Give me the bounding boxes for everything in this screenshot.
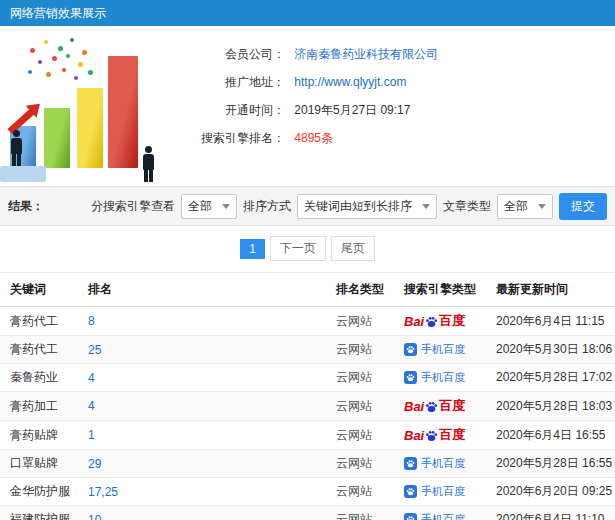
paw-icon [406, 515, 415, 520]
info-row-ranking-count: 搜索引擎排名： 4895条 [185, 124, 615, 152]
rank-cell: 29 [78, 450, 326, 478]
article-type-select[interactable]: 全部 [497, 194, 553, 219]
keyword-cell: 口罩贴牌 [0, 450, 78, 478]
engine-cell: 手机百度 [394, 450, 486, 478]
rank-cell: 25 [78, 336, 326, 364]
time-cell: 2020年6月4日 11:15 [486, 307, 615, 336]
mobile-baidu-icon [404, 343, 417, 356]
confetti-dot [66, 54, 70, 58]
table-body: 膏药代工8云网站Bai百度2020年6月4日 11:15膏药代工25云网站手机百… [0, 307, 615, 520]
info-row-company: 会员公司： 济南秦鲁药业科技有限公司 [185, 40, 615, 68]
result-label: 结果： [8, 198, 44, 215]
rank-cell: 4 [78, 392, 326, 421]
filter-bar: 结果： 分搜索引擎查看 全部 排序方式 关键词由短到长排序 文章类型 全部 提交 [0, 186, 615, 226]
sort-filter-select[interactable]: 关键词由短到长排序 [297, 194, 437, 219]
rank-link[interactable]: 8 [88, 314, 95, 328]
confetti-dot [62, 68, 66, 72]
page-title: 网络营销效果展示 [10, 6, 106, 20]
confetti-dot [46, 72, 51, 77]
businessman-figure [140, 146, 156, 182]
results-table: 关键词排名排名类型搜索引擎类型最新更新时间 膏药代工8云网站Bai百度2020年… [0, 273, 615, 520]
time-cell: 2020年5月30日 18:06 [486, 336, 615, 364]
next-page-button[interactable]: 下一页 [270, 236, 326, 261]
keyword-cell: 膏药代工 [0, 307, 78, 336]
info-row-open-time: 开通时间： 2019年5月27日 09:17 [185, 96, 615, 124]
table-row: 膏药代工8云网站Bai百度2020年6月4日 11:15 [0, 307, 615, 336]
submit-button[interactable]: 提交 [559, 193, 607, 220]
company-link[interactable]: 济南秦鲁药业科技有限公司 [294, 47, 438, 61]
rank-link[interactable]: 29 [88, 457, 101, 471]
column-header: 关键词 [0, 273, 78, 307]
paw-icon [425, 400, 438, 413]
confetti-dot [30, 48, 35, 53]
page-titlebar: 网络营销效果展示 [0, 0, 615, 26]
bar-red [108, 56, 138, 168]
bar-green [44, 108, 70, 168]
page-number-current[interactable]: 1 [240, 239, 265, 259]
mobile-baidu-logo: 手机百度 [404, 512, 465, 520]
keyword-cell: 金华防护服 [0, 478, 78, 506]
rank-cell: 10 [78, 506, 326, 520]
engine-filter-select[interactable]: 全部 [181, 194, 237, 219]
ranking-count-label: 搜索引擎排名： [185, 124, 285, 152]
rank-cell: 8 [78, 307, 326, 336]
baidu-logo: Bai百度 [404, 426, 465, 444]
engine-cell: Bai百度 [394, 307, 486, 336]
baidu-logo: Bai百度 [404, 397, 465, 415]
rank-link[interactable]: 25 [88, 343, 101, 357]
rank-type-cell: 云网站 [326, 364, 394, 392]
mobile-baidu-logo: 手机百度 [404, 456, 465, 471]
confetti-dot [82, 50, 87, 55]
rank-type-cell: 云网站 [326, 336, 394, 364]
column-header: 排名类型 [326, 273, 394, 307]
engine-cell: 手机百度 [394, 478, 486, 506]
time-cell: 2020年6月4日 16:55 [486, 421, 615, 450]
confetti-dot [38, 60, 42, 64]
pagination: 1 下一页 尾页 [0, 226, 615, 273]
confetti-dot [88, 70, 93, 75]
keyword-cell: 膏药代工 [0, 336, 78, 364]
open-time-value: 2019年5月27日 09:17 [294, 103, 410, 117]
keyword-cell: 秦鲁药业 [0, 364, 78, 392]
article-type-label: 文章类型 [443, 198, 491, 215]
info-section: 会员公司： 济南秦鲁药业科技有限公司 推广地址： http://www.qlyy… [0, 26, 615, 186]
engine-cell: 手机百度 [394, 336, 486, 364]
rank-link[interactable]: 1 [88, 428, 95, 442]
table-row: 金华防护服17,25云网站手机百度2020年6月20日 09:25 [0, 478, 615, 506]
keyword-cell: 膏药贴牌 [0, 421, 78, 450]
time-cell: 2020年6月4日 11:10 [486, 506, 615, 520]
rank-link[interactable]: 4 [88, 371, 95, 385]
paw-icon [406, 345, 415, 354]
chevron-down-icon [538, 204, 546, 209]
paw-icon [406, 459, 415, 468]
marketing-report-page: 网络营销效果展示 [0, 0, 615, 520]
engine-filter-label: 分搜索引擎查看 [91, 198, 175, 215]
table-row: 秦鲁药业4云网站手机百度2020年5月28日 17:02 [0, 364, 615, 392]
confetti-dot [52, 56, 57, 61]
column-header: 搜索引擎类型 [394, 273, 486, 307]
rank-type-cell: 云网站 [326, 478, 394, 506]
paw-icon [406, 487, 415, 496]
rank-type-cell: 云网站 [326, 450, 394, 478]
paw-icon [425, 429, 438, 442]
engine-filter-value: 全部 [188, 198, 212, 215]
mobile-baidu-icon [404, 371, 417, 384]
promo-url-label: 推广地址： [185, 68, 285, 96]
mobile-baidu-logo: 手机百度 [404, 484, 465, 499]
baidu-logo: Bai百度 [404, 312, 465, 330]
rank-cell: 4 [78, 364, 326, 392]
rank-link[interactable]: 4 [88, 399, 95, 413]
bar-yellow [77, 88, 103, 168]
last-page-button[interactable]: 尾页 [331, 236, 375, 261]
chevron-down-icon [222, 204, 230, 209]
rank-link[interactable]: 10 [88, 513, 101, 520]
sort-filter-value: 关键词由短到长排序 [304, 198, 412, 215]
rank-link[interactable]: 17,25 [88, 485, 118, 499]
keyword-cell: 福建防护服 [0, 506, 78, 520]
promo-url-link[interactable]: http://www.qlyyjt.com [294, 75, 406, 89]
company-label: 会员公司： [185, 40, 285, 68]
table-header-row: 关键词排名排名类型搜索引擎类型最新更新时间 [0, 273, 615, 307]
article-type-value: 全部 [504, 198, 528, 215]
rank-type-cell: 云网站 [326, 421, 394, 450]
confetti-dot [28, 70, 32, 74]
